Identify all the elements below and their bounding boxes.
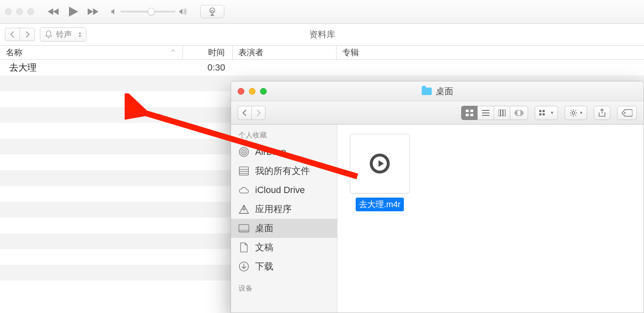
view-mode-segment [461,106,528,120]
icloud-icon [238,186,249,195]
desktop-icon [238,224,249,233]
folder-icon [422,88,432,95]
volume-low-icon [111,8,117,15]
itunes-forward-button[interactable] [20,28,35,41]
svg-rect-3 [470,114,473,116]
source-label: 铃声 [56,29,72,40]
traffic-zoom[interactable] [27,8,34,15]
sort-asc-icon: ⌃ [170,48,177,58]
finder-content[interactable]: 去大理.m4r [337,125,644,313]
column-name[interactable]: 名称 ⌃ [0,46,183,59]
svg-rect-1 [470,110,473,112]
svg-rect-8 [539,110,541,112]
sidebar-item-docs[interactable]: 文稿 [231,238,337,257]
itunes-subbar: 铃声 ▲▼ 资料库 [0,24,644,46]
column-artist[interactable]: 表演者 [233,46,337,59]
sidebar-item-downloads[interactable]: 下载 [231,257,337,276]
downloads-icon [238,262,249,271]
next-track-button[interactable] [86,5,101,18]
traffic-minimize[interactable] [16,8,23,15]
finder-traffic-lights [238,88,267,95]
column-time[interactable]: 时间 [183,46,233,59]
svg-point-14 [243,151,245,153]
finder-back-forward [238,106,265,120]
svg-rect-9 [543,110,545,112]
finder-title: 桌面 [436,86,453,97]
allfiles-icon [238,166,249,176]
finder-toolbar: ▾ ▾ [231,101,644,125]
column-album[interactable]: 专辑 [337,46,644,59]
svg-rect-17 [239,167,248,175]
finder-sidebar: 个人收藏 AirDrop 我的所有文件 iCloud Drive 应用程序 桌面 [231,125,337,313]
file-thumbnail [350,134,410,193]
sidebar-item-desktop[interactable]: 桌面 [231,219,337,238]
arrange-button[interactable]: ▾ [535,106,558,120]
play-icon [370,154,390,174]
sidebar-favorites-header: 个人收藏 [231,128,337,142]
airplay-button[interactable] [200,5,224,18]
view-coverflow-button[interactable] [510,106,528,120]
svg-rect-7 [517,110,521,116]
play-button[interactable] [66,5,81,18]
volume-slider[interactable] [111,8,187,15]
action-button[interactable]: ▾ [565,106,587,120]
itunes-back-forward [5,28,35,41]
sidebar-devices-header: 设备 [231,281,337,296]
traffic-close[interactable] [5,8,12,15]
prev-track-button[interactable] [47,5,61,18]
finder-minimize[interactable] [249,88,256,95]
itunes-source-dropdown[interactable]: 铃声 ▲▼ [40,27,86,42]
svg-point-12 [572,111,575,114]
finder-zoom[interactable] [260,88,267,95]
file-name-label: 去大理.m4r [356,198,404,211]
sidebar-item-apps[interactable]: 应用程序 [231,200,337,219]
svg-rect-6 [503,110,505,116]
svg-point-13 [624,112,626,114]
share-button[interactable] [594,106,610,120]
itunes-traffic-lights [5,8,34,15]
file-item[interactable]: 去大理.m4r [347,134,413,211]
apps-icon [238,205,249,214]
sidebar-item-allfiles[interactable]: 我的所有文件 [231,161,337,181]
track-row[interactable]: 去大理 0:30 [0,60,644,76]
airdrop-icon [238,147,249,156]
svg-rect-10 [539,113,541,115]
svg-point-15 [241,149,247,155]
library-tab[interactable]: 资料库 [0,29,644,40]
itunes-table-header: 名称 ⌃ 时间 表演者 专辑 [0,46,644,60]
view-icon-button[interactable] [461,106,477,120]
view-list-button[interactable] [477,106,494,120]
bell-icon [44,30,53,39]
itunes-display [230,0,639,23]
finder-back-button[interactable] [238,106,251,120]
tags-button[interactable] [617,106,637,120]
finder-window: 桌面 ▾ ▾ 个人收藏 AirDrop 我的所有文件 [231,81,644,313]
svg-rect-19 [239,230,249,232]
itunes-toolbar [0,0,644,24]
sidebar-item-icloud[interactable]: iCloud Drive [231,181,337,200]
svg-rect-5 [501,110,503,116]
finder-titlebar[interactable]: 桌面 [231,81,644,101]
svg-rect-2 [466,114,469,116]
sidebar-item-airdrop[interactable]: AirDrop [231,142,337,161]
docs-icon [238,243,249,252]
finder-forward-button[interactable] [251,106,265,120]
finder-close[interactable] [238,88,244,95]
view-column-button[interactable] [494,106,510,120]
svg-rect-4 [498,110,500,116]
itunes-back-button[interactable] [5,28,20,41]
svg-rect-11 [543,113,545,115]
volume-high-icon [179,8,187,15]
svg-rect-0 [466,110,469,112]
